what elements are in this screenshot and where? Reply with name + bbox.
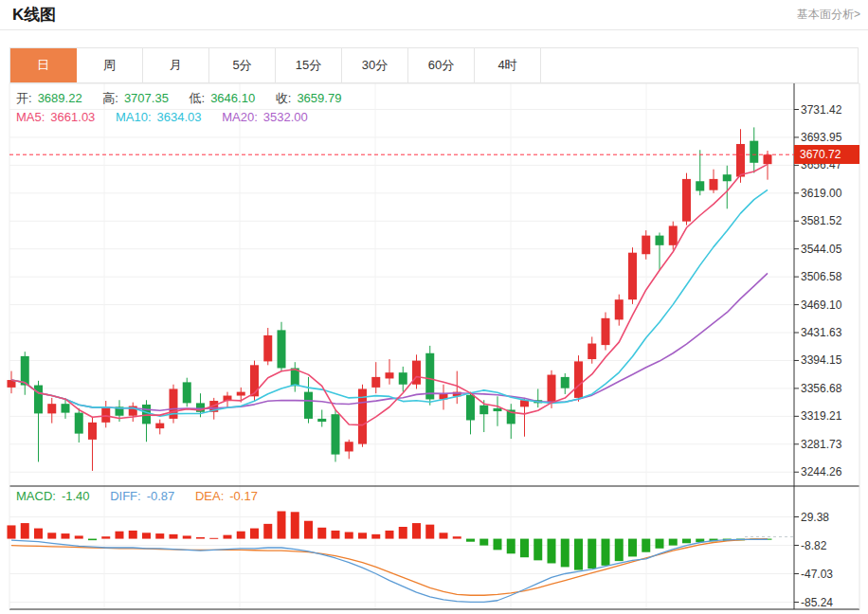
ma5-label: MA5: xyxy=(16,110,45,124)
svg-text:3431.63: 3431.63 xyxy=(801,326,842,339)
dea-label: DEA: xyxy=(195,489,224,503)
ma10-value: 3634.03 xyxy=(157,110,202,124)
open-label: 开: xyxy=(16,91,32,105)
macd-value: -1.40 xyxy=(62,489,90,503)
diff-value: -0.87 xyxy=(147,489,175,503)
ma-legend: MA5:3661.03 MA10:3634.03 MA20:3532.00 xyxy=(16,110,314,124)
close-value: 3659.79 xyxy=(297,91,341,105)
svg-text:3693.95: 3693.95 xyxy=(801,131,842,144)
svg-text:3394.15: 3394.15 xyxy=(801,353,842,367)
ma5-value: 3661.03 xyxy=(50,110,95,124)
svg-text:3581.52: 3581.52 xyxy=(801,214,842,227)
ma10-label: MA10: xyxy=(116,110,152,124)
svg-text:29.38: 29.38 xyxy=(801,511,829,524)
dea-value: -0.17 xyxy=(229,489,258,503)
svg-text:3731.42: 3731.42 xyxy=(801,103,842,117)
svg-text:3469.10: 3469.10 xyxy=(801,298,842,312)
diff-label: DIFF: xyxy=(110,489,141,503)
low-value: 3646.10 xyxy=(210,91,255,105)
close-label: 收: xyxy=(276,91,292,105)
svg-text:3319.21: 3319.21 xyxy=(801,409,842,423)
svg-text:3244.26: 3244.26 xyxy=(801,465,842,479)
current-price-tag: 3670.72 xyxy=(794,145,859,164)
ma20-label: MA20: xyxy=(222,110,258,124)
ma20-value: 3532.00 xyxy=(263,110,308,124)
high-label: 高: xyxy=(102,91,118,105)
svg-text:3281.73: 3281.73 xyxy=(801,438,842,451)
ohlc-legend: 开:3689.22 高:3707.35 低:3646.10 收:3659.79 xyxy=(16,90,347,107)
macd-legend: MACD:-1.40 DIFF:-0.87 DEA:-0.17 xyxy=(16,489,263,503)
svg-text:-85.24: -85.24 xyxy=(801,596,833,609)
low-label: 低: xyxy=(190,91,206,105)
open-value: 3689.22 xyxy=(38,91,82,105)
svg-text:3619.00: 3619.00 xyxy=(801,187,842,200)
macd-label: MACD: xyxy=(16,489,56,503)
svg-text:3506.58: 3506.58 xyxy=(801,270,842,283)
svg-text:-47.03: -47.03 xyxy=(801,568,833,581)
high-value: 3707.35 xyxy=(124,91,169,105)
svg-text:-8.82: -8.82 xyxy=(801,539,827,552)
svg-text:3544.05: 3544.05 xyxy=(801,243,842,256)
kline-app: K线图 基本面分析> 日 周 月 5分 15分 30分 60分 4时 3731.… xyxy=(0,0,868,614)
svg-text:3356.68: 3356.68 xyxy=(801,382,842,395)
